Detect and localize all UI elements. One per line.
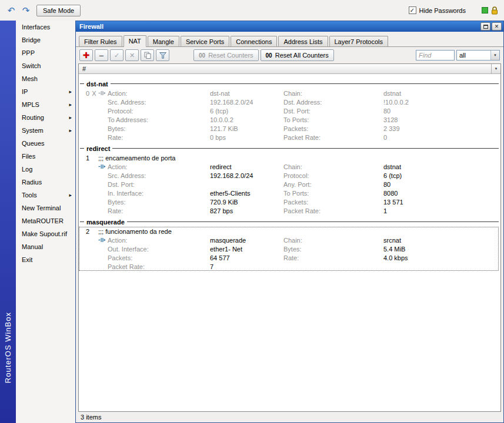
filter-scope-dropdown[interactable]: all ▼ bbox=[456, 50, 500, 61]
field-label: Rate: bbox=[108, 134, 210, 141]
maximize-button[interactable] bbox=[480, 22, 490, 31]
filter-button[interactable] bbox=[156, 49, 169, 61]
sidebar-item-label: MPLS bbox=[22, 101, 69, 108]
redo-icon: ↷ bbox=[22, 5, 30, 16]
nat-rules-list: dst-nat0XAction:dst-natChain:dstnatSrc. … bbox=[79, 74, 500, 411]
action-icon-cell bbox=[98, 237, 108, 243]
undo-button[interactable]: ↶ bbox=[5, 5, 18, 16]
field-value: ether1- Net bbox=[210, 246, 283, 253]
tab-connections[interactable]: Connections bbox=[231, 36, 277, 46]
sidebar-item-mesh[interactable]: Mesh ▸ bbox=[16, 72, 75, 85]
sidebar-item-system[interactable]: System ▸ bbox=[16, 124, 75, 137]
nat-toolbar: ✚ − ✓ ✕ 00 Reset Counters 00 Rese bbox=[76, 47, 503, 63]
maximize-icon bbox=[483, 25, 488, 29]
sidebar-item-new-terminal[interactable]: New Terminal ▸ bbox=[16, 202, 75, 214]
remove-rule-button[interactable]: − bbox=[95, 49, 108, 61]
tab-service-ports[interactable]: Service Ports bbox=[181, 36, 229, 46]
undo-icon: ↶ bbox=[8, 5, 15, 16]
field-label: Rate: bbox=[108, 207, 210, 214]
sidebar-item-bridge[interactable]: Bridge ▸ bbox=[16, 33, 75, 46]
field-value: 827 bps bbox=[210, 207, 283, 214]
tab-address-lists[interactable]: Address Lists bbox=[278, 36, 328, 46]
sidebar-item-mpls[interactable]: MPLS ▸ bbox=[16, 98, 75, 111]
reset-all-counters-label: Reset All Counters bbox=[275, 52, 329, 59]
tab-mangle[interactable]: Mangle bbox=[148, 36, 179, 46]
sidebar-item-interfaces[interactable]: Interfaces ▸ bbox=[16, 21, 75, 33]
tab-layer7-protocols[interactable]: Layer7 Protocols bbox=[329, 36, 389, 46]
field-value: 0 bbox=[383, 134, 500, 141]
field-label: Any. Port: bbox=[283, 181, 383, 188]
field-value: dstnat bbox=[383, 90, 500, 97]
field-label: Packet Rate: bbox=[283, 207, 383, 214]
sidebar-item-metarouter[interactable]: MetaROUTER ▸ bbox=[16, 214, 75, 227]
field-label: Src. Address: bbox=[108, 99, 210, 106]
sidebar-item-label: MetaROUTER bbox=[22, 217, 69, 224]
field-value: 80 bbox=[383, 108, 500, 115]
sidebar-item-ppp[interactable]: PPP ▸ bbox=[16, 46, 75, 59]
field-label: Packets: bbox=[283, 125, 383, 132]
field-label: Action: bbox=[108, 90, 210, 97]
field-value: 720.9 KiB bbox=[210, 199, 283, 206]
field-label: Dst. Port: bbox=[283, 108, 383, 115]
hide-passwords-label: Hide Passwords bbox=[419, 7, 466, 14]
field-value: 121.7 KiB bbox=[210, 125, 283, 132]
safe-mode-button[interactable]: Safe Mode bbox=[36, 5, 81, 16]
field-value: 6 (tcp) bbox=[210, 108, 283, 115]
close-button[interactable]: ✕ bbox=[492, 22, 502, 31]
sidebar-item-tools[interactable]: Tools ▸ bbox=[16, 189, 75, 202]
field-value: ether5-Clients bbox=[210, 190, 283, 197]
field-value: dstnat bbox=[383, 163, 500, 170]
sidebar-item-radius[interactable]: Radius ▸ bbox=[16, 176, 75, 189]
sidebar-item-ip[interactable]: IP ▸ bbox=[16, 85, 75, 98]
nat-rule-1[interactable]: 1;;; encameamento de portaAction:redirec… bbox=[79, 153, 500, 215]
sidebar-item-manual[interactable]: Manual ▸ bbox=[16, 240, 75, 253]
field-value: 1 bbox=[383, 207, 500, 214]
dropdown-arrow-icon: ▼ bbox=[495, 67, 498, 70]
plus-icon: ✚ bbox=[83, 51, 90, 59]
connection-status-indicator bbox=[482, 7, 488, 14]
add-rule-button[interactable]: ✚ bbox=[79, 49, 93, 61]
reset-counters-label: Reset Counters bbox=[208, 52, 253, 59]
sidebar-item-exit[interactable]: Exit ▸ bbox=[16, 253, 75, 266]
firewall-titlebar[interactable]: Firewall ✕ bbox=[76, 21, 503, 32]
find-input[interactable] bbox=[416, 50, 455, 61]
sidebar-item-log[interactable]: Log ▸ bbox=[16, 163, 75, 176]
disable-rule-button[interactable]: ✕ bbox=[125, 49, 139, 61]
nat-rule-0[interactable]: 0XAction:dst-natChain:dstnatSrc. Address… bbox=[79, 89, 500, 142]
sidebar-item-make-supout-rif[interactable]: Make Supout.rif ▸ bbox=[16, 227, 75, 240]
nat-rule-2[interactable]: 2;;; funcionamento da redeAction:masquer… bbox=[79, 227, 499, 271]
checkmark-icon: ✓ bbox=[410, 8, 415, 14]
minus-icon: − bbox=[99, 51, 104, 60]
column-chooser-button[interactable]: ▼ bbox=[491, 64, 500, 73]
sidebar-item-files[interactable]: Files ▸ bbox=[16, 150, 75, 163]
sidebar-item-label: Make Supout.rif bbox=[22, 230, 69, 237]
sidebar-item-queues[interactable]: Queues ▸ bbox=[16, 137, 75, 150]
field-value: 8080 bbox=[383, 190, 500, 197]
hide-passwords-checkbox[interactable]: ✓ bbox=[409, 6, 416, 14]
sidebar-item-label: Exit bbox=[22, 256, 69, 263]
sidebar-item-switch[interactable]: Switch ▸ bbox=[16, 59, 75, 72]
field-label: Src. Address: bbox=[108, 172, 210, 179]
field-label: Dst. Port: bbox=[108, 181, 210, 188]
field-value: 10.0.0.2 bbox=[210, 116, 283, 123]
firewall-tabs: Filter RulesNATMangleService PortsConnec… bbox=[76, 32, 503, 47]
submenu-arrow-icon: ▸ bbox=[69, 115, 72, 120]
reset-counters-button[interactable]: 00 Reset Counters bbox=[193, 49, 259, 61]
sidebar-item-routing[interactable]: Routing ▸ bbox=[16, 111, 75, 124]
enable-rule-button[interactable]: ✓ bbox=[110, 49, 124, 61]
brand-band: RouterOS WinBox bbox=[0, 21, 16, 423]
section-separator-masquerade: masquerade bbox=[80, 217, 499, 226]
field-label: To Ports: bbox=[283, 116, 383, 123]
sidebar-item-label: System bbox=[22, 127, 69, 134]
status-bar: 3 items bbox=[76, 412, 503, 422]
sidebar-item-label: Mesh bbox=[22, 75, 69, 82]
redo-button[interactable]: ↷ bbox=[19, 5, 32, 16]
tab-nat[interactable]: NAT bbox=[124, 35, 146, 47]
reset-all-counters-button[interactable]: 00 Reset All Counters bbox=[261, 49, 334, 61]
field-value: 2 339 bbox=[383, 125, 500, 132]
copy-rule-button[interactable] bbox=[141, 49, 154, 61]
rule-comment: ;;; encameamento de porta bbox=[98, 155, 175, 162]
list-header[interactable]: # ▼ bbox=[79, 64, 500, 74]
tab-filter-rules[interactable]: Filter Rules bbox=[79, 36, 122, 46]
section-label: redirect bbox=[86, 145, 110, 152]
